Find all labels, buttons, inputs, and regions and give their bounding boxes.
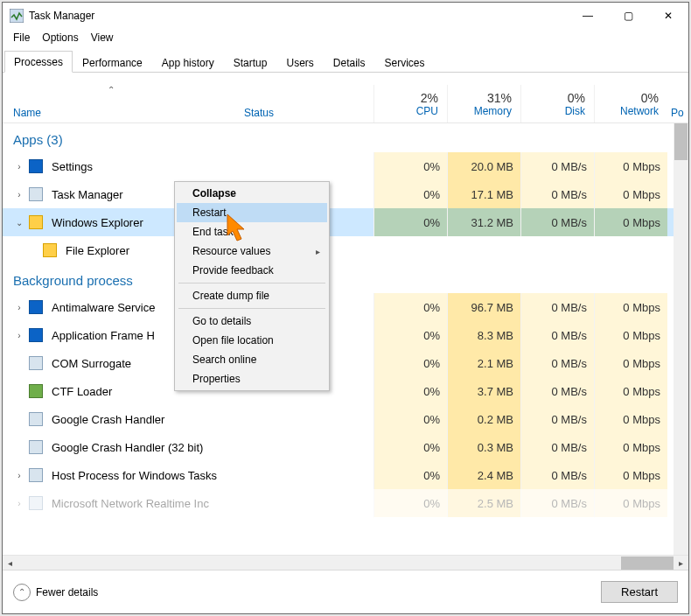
cell-disk: 0 MB/s	[520, 321, 594, 349]
cell-memory: 0.3 MB	[447, 433, 520, 461]
minimize-button[interactable]: —	[568, 3, 608, 29]
process-row-windows-explorer[interactable]: ⌄Windows Explorer 0% 31.2 MB 0 MB/s 0 Mb…	[3, 208, 688, 236]
titlebar[interactable]: Task Manager — ▢ ✕	[3, 3, 688, 29]
menu-file[interactable]: File	[8, 30, 35, 46]
cell-memory: 96.7 MB	[447, 293, 520, 321]
cell-memory: 0.2 MB	[447, 405, 520, 433]
column-headers: ⌃ Name Status 2%CPU 31%Memory 0%Disk 0%N…	[3, 85, 688, 123]
col-header-disk[interactable]: 0%Disk	[520, 85, 594, 122]
ctx-collapse[interactable]: Collapse	[177, 184, 327, 203]
folder-icon	[43, 243, 57, 257]
process-row-host-process[interactable]: ›Host Process for Windows Tasks 0% 2.4 M…	[3, 461, 688, 489]
ctx-open-location[interactable]: Open file location	[177, 331, 327, 350]
scroll-right-icon[interactable]: ▸	[674, 556, 688, 570]
cell-disk: 0 MB/s	[520, 489, 594, 517]
process-row-google-crash[interactable]: ›Google Crash Handler 0% 0.2 MB 0 MB/s 0…	[3, 405, 688, 433]
tab-users[interactable]: Users	[276, 52, 323, 73]
cell-network: 0 Mbps	[594, 321, 667, 349]
cell-memory: 8.3 MB	[447, 321, 520, 349]
ctx-end-task[interactable]: End task	[177, 222, 327, 242]
tab-processes[interactable]: Processes	[4, 51, 73, 73]
process-row-antimalware[interactable]: ›Antimalware Service 0% 96.7 MB 0 MB/s 0…	[3, 293, 688, 321]
menubar: File Options View	[3, 29, 688, 46]
ctx-search-online[interactable]: Search online	[177, 350, 327, 369]
sort-ascending-icon: ⌃	[108, 85, 115, 94]
settings-icon	[29, 159, 43, 173]
menu-view[interactable]: View	[86, 30, 119, 46]
ctx-restart[interactable]: Restart	[177, 203, 327, 222]
tab-startup[interactable]: Startup	[224, 52, 277, 73]
maximize-button[interactable]: ▢	[608, 3, 648, 29]
cell-disk: 0 MB/s	[520, 461, 594, 489]
tab-bar: Processes Performance App history Startu…	[3, 50, 688, 73]
col-header-cpu[interactable]: 2%CPU	[373, 85, 447, 122]
ctx-resource-values[interactable]: Resource values▸	[177, 242, 327, 261]
process-row-ctf-loader[interactable]: ›CTF Loader 0% 3.7 MB 0 MB/s 0 Mbps	[3, 377, 688, 405]
separator	[178, 283, 325, 284]
cell-disk: 0 MB/s	[520, 152, 594, 180]
cell-network: 0 Mbps	[594, 461, 667, 489]
expand-icon[interactable]: ›	[13, 303, 25, 312]
cell-disk: 0 MB/s	[520, 377, 594, 405]
ctx-go-to-details[interactable]: Go to details	[177, 312, 327, 331]
expand-icon[interactable]: ›	[13, 331, 25, 340]
col-header-network[interactable]: 0%Network	[594, 85, 667, 122]
tab-app-history[interactable]: App history	[152, 52, 224, 73]
restart-button[interactable]: Restart	[601, 581, 678, 603]
expand-icon[interactable]: ›	[13, 499, 25, 508]
process-row-app-frame[interactable]: ›Application Frame H 0% 8.3 MB 0 MB/s 0 …	[3, 321, 688, 349]
cell-network: 0 Mbps	[594, 433, 667, 461]
col-header-status[interactable]: Status	[241, 85, 373, 122]
expand-icon[interactable]: ›	[13, 190, 25, 200]
cell-memory: 2.5 MB	[447, 489, 520, 517]
ctx-provide-feedback[interactable]: Provide feedback	[177, 261, 327, 280]
ctx-dump-file[interactable]: Create dump file	[177, 286, 327, 305]
process-row-google-crash-32[interactable]: ›Google Crash Handler (32 bit) 0% 0.3 MB…	[3, 433, 688, 461]
col-header-name[interactable]: ⌃ Name	[3, 85, 241, 122]
menu-options[interactable]: Options	[37, 30, 83, 46]
process-row-ms-network[interactable]: ›Microsoft Network Realtime Inc 0% 2.5 M…	[3, 489, 688, 517]
cell-disk: 0 MB/s	[520, 433, 594, 461]
ctf-icon	[29, 384, 43, 398]
window-controls: — ▢ ✕	[568, 3, 688, 29]
process-list: Apps (3) ›Settings 0% 20.0 MB 0 MB/s 0 M…	[3, 123, 688, 555]
cell-network: 0 Mbps	[594, 180, 667, 208]
cell-network: 0 Mbps	[594, 405, 667, 433]
col-header-power-partial[interactable]: Po	[667, 85, 685, 122]
footer: ⌃ Fewer details Restart	[3, 570, 688, 613]
scroll-left-icon[interactable]: ◂	[3, 556, 17, 570]
tab-services[interactable]: Services	[375, 52, 435, 73]
cell-memory: 2.4 MB	[447, 461, 520, 489]
cell-network: 0 Mbps	[594, 152, 667, 180]
scrollbar-thumb[interactable]	[674, 123, 688, 160]
generic-icon	[29, 468, 43, 482]
cell-disk: 0 MB/s	[520, 405, 594, 433]
app-icon	[29, 328, 43, 342]
process-row-com-surrogate[interactable]: ›COM Surrogate 0% 2.1 MB 0 MB/s 0 Mbps	[3, 349, 688, 377]
horizontal-scrollbar[interactable]: ◂ ▸	[3, 555, 688, 570]
cell-disk: 0 MB/s	[520, 180, 594, 208]
cell-cpu: 0%	[373, 208, 447, 236]
folder-icon	[29, 215, 43, 229]
cell-cpu: 0%	[373, 489, 447, 517]
close-button[interactable]: ✕	[648, 3, 688, 29]
cell-network: 0 Mbps	[594, 377, 667, 405]
fewer-details-button[interactable]: ⌃ Fewer details	[13, 584, 98, 601]
cell-disk: 0 MB/s	[520, 208, 594, 236]
scrollbar-thumb[interactable]	[621, 556, 674, 570]
cell-cpu: 0%	[373, 405, 447, 433]
expand-icon[interactable]: ›	[13, 162, 25, 172]
expand-icon[interactable]: ›	[13, 471, 25, 480]
shield-icon	[29, 300, 43, 314]
task-manager-window: Task Manager — ▢ ✕ File Options View Pro…	[2, 2, 689, 614]
group-background: Background process	[3, 264, 688, 293]
process-row-file-explorer[interactable]: File Explorer	[3, 236, 688, 264]
ctx-properties[interactable]: Properties	[177, 369, 327, 388]
tab-details[interactable]: Details	[324, 52, 375, 73]
collapse-icon[interactable]: ⌄	[13, 218, 25, 228]
cell-disk: 0 MB/s	[520, 349, 594, 377]
tab-performance[interactable]: Performance	[73, 52, 152, 73]
col-header-memory[interactable]: 31%Memory	[447, 85, 520, 122]
process-row-settings[interactable]: ›Settings 0% 20.0 MB 0 MB/s 0 Mbps	[3, 152, 688, 180]
process-row-task-manager[interactable]: ›Task Manager 0% 17.1 MB 0 MB/s 0 Mbps	[3, 180, 688, 208]
